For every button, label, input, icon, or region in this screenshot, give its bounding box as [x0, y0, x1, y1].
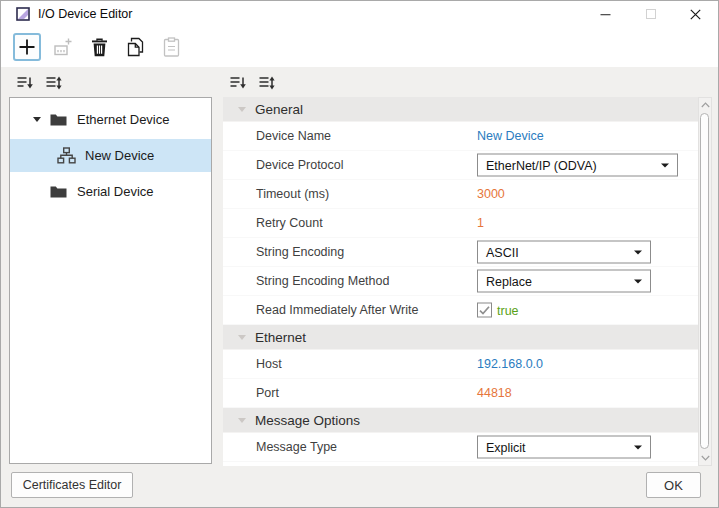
maximize-button [628, 1, 673, 27]
properties-collapse-all-button[interactable] [229, 74, 247, 92]
title-bar: I/O Device Editor [1, 1, 718, 27]
string-encoding-dropdown[interactable]: ASCII [477, 241, 651, 264]
property-label: Retry Count [256, 216, 323, 230]
chevron-down-icon [634, 250, 642, 254]
delete-device-button[interactable] [85, 33, 113, 61]
vertical-scrollbar[interactable] [698, 97, 712, 466]
section-title: General [255, 102, 303, 117]
section-header-ethernet[interactable]: Ethernet [223, 325, 698, 350]
property-label: Timeout (ms) [256, 187, 329, 201]
device-name-value-field[interactable]: New Device [477, 129, 544, 143]
dropdown-value: ASCII [486, 245, 519, 259]
port-value-field[interactable]: 44818 [477, 386, 512, 400]
chevron-down-icon [634, 279, 642, 283]
message-type-dropdown[interactable]: Explicit [477, 436, 651, 459]
folder-icon [49, 185, 68, 198]
property-row-read-immediately-after-write: Read Immediately After Writetrue [223, 296, 698, 325]
minimize-button[interactable] [583, 1, 628, 27]
property-label: Message Type [256, 440, 337, 454]
retry-count-value-field[interactable]: 1 [477, 216, 484, 230]
ok-button[interactable]: OK [646, 472, 701, 498]
network-device-icon [57, 147, 76, 164]
property-row-retry-count: Retry Count1 [223, 209, 698, 238]
certificates-editor-button[interactable]: Certificates Editor [11, 472, 133, 498]
tree-item-new-device[interactable]: New Device [10, 139, 211, 172]
property-value: 3000 [477, 187, 505, 201]
close-icon [690, 9, 701, 20]
add-device-group-button [49, 33, 77, 61]
close-button[interactable] [673, 1, 718, 27]
scroll-down-button[interactable] [699, 451, 711, 465]
paste-icon [163, 37, 180, 57]
property-label: String Encoding Method [256, 274, 389, 288]
chevron-down-icon [701, 455, 710, 461]
chevron-up-icon [701, 102, 710, 108]
property-value: Explicit [477, 436, 651, 459]
io-device-editor-window: I/O Device Editor [0, 0, 719, 508]
section-header-message-options[interactable]: Message Options [223, 408, 698, 433]
section-collapse-icon [238, 418, 246, 423]
property-row-port: Port44818 [223, 379, 698, 408]
property-label: String Encoding [256, 245, 344, 259]
property-value: ASCII [477, 241, 651, 264]
property-label: Device Name [256, 129, 331, 143]
chevron-down-icon [661, 163, 669, 167]
properties-expand-all-button[interactable] [258, 74, 276, 92]
tree-item-label: Ethernet Device [77, 112, 170, 127]
timeout-ms-value-field[interactable]: 3000 [477, 187, 505, 201]
main-toolbar [13, 33, 185, 61]
add-device-button[interactable] [13, 33, 41, 61]
expander-down-icon[interactable] [31, 117, 42, 122]
window-title: I/O Device Editor [38, 7, 132, 21]
scroll-up-button[interactable] [699, 98, 711, 112]
checkbox-value-text: true [497, 303, 519, 317]
device-group-plus-icon [53, 37, 73, 57]
section-collapse-icon [238, 107, 246, 112]
property-row-timeout-ms: Timeout (ms)3000 [223, 180, 698, 209]
section-title: Ethernet [255, 330, 306, 345]
collapse-all-icon [16, 75, 34, 91]
minimize-icon [600, 9, 611, 20]
device-protocol-dropdown[interactable]: EtherNet/IP (ODVA) [477, 154, 678, 177]
dropdown-value: Explicit [486, 440, 526, 454]
property-row-message-type: Message TypeExplicit [223, 433, 698, 462]
section-title: Message Options [255, 413, 360, 428]
property-panel-toolbar [229, 74, 276, 92]
tree-collapse-all-button[interactable] [16, 74, 34, 92]
dropdown-value: Replace [486, 274, 532, 288]
property-row-host: Host192.168.0.0 [223, 350, 698, 379]
copy-icon [126, 37, 145, 57]
tree-expand-all-button[interactable] [45, 74, 63, 92]
trash-icon [91, 38, 108, 57]
property-label: Port [256, 386, 279, 400]
tree-panel-toolbar [16, 74, 63, 92]
property-row-device-name: Device NameNew Device [223, 122, 698, 151]
collapse-all-icon [229, 75, 247, 91]
device-tree: Ethernet Device New DeviceSerial Device [9, 97, 212, 464]
window-controls [583, 1, 718, 27]
property-value: 192.168.0.0 [477, 357, 543, 371]
host-value-field[interactable]: 192.168.0.0 [477, 357, 543, 371]
tree-item-serial-device[interactable]: Serial Device [10, 175, 211, 208]
tree-item-ethernet-device[interactable]: Ethernet Device [10, 103, 211, 136]
copy-device-button[interactable] [121, 33, 149, 61]
property-label: Read Immediately After Write [256, 303, 418, 317]
section-collapse-icon [238, 335, 246, 340]
property-label: Device Protocol [256, 158, 344, 172]
read-immediately-after-write-checkbox[interactable] [477, 303, 492, 318]
property-row-string-encoding: String EncodingASCII [223, 238, 698, 267]
expand-all-icon [45, 75, 63, 91]
property-grid: GeneralDevice NameNew DeviceDevice Proto… [223, 97, 698, 466]
property-value: 1 [477, 216, 484, 230]
scrollbar-thumb[interactable] [700, 113, 709, 449]
string-encoding-method-dropdown[interactable]: Replace [477, 270, 651, 293]
property-value: 44818 [477, 386, 512, 400]
maximize-icon [646, 9, 656, 19]
property-value: Replace [477, 270, 651, 293]
tree-item-label: Serial Device [77, 184, 154, 199]
section-header-general[interactable]: General [223, 97, 698, 122]
property-value: true [477, 303, 519, 318]
property-row-string-encoding-method: String Encoding MethodReplace [223, 267, 698, 296]
plus-icon [17, 37, 37, 57]
paste-device-button [157, 33, 185, 61]
